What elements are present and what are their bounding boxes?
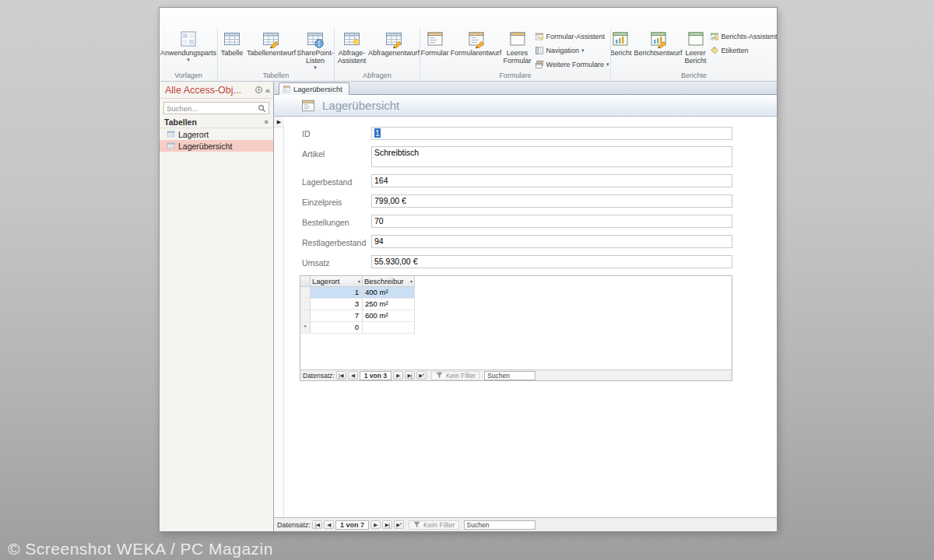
- record-position: 1 von 3: [360, 371, 392, 380]
- leeres-formular-button[interactable]: Leeres Formular: [503, 29, 532, 65]
- form-record-navigator: Datensatz: |◀ ◀ 1 von 7 ▶ ▶| ▶* Kein Fil…: [274, 517, 777, 531]
- report-icon: [611, 30, 630, 48]
- ribbon: Anwendungsparts ▾ Vorlagen Tabelle Tabel…: [160, 8, 777, 82]
- more-forms-icon: [535, 60, 544, 69]
- last-record-button[interactable]: ▶|: [405, 371, 415, 380]
- record-selector-strip[interactable]: ▶: [274, 117, 284, 517]
- datasheet-grid: Lagerort ▾ Beschreibur ▾ 1 400 m²: [300, 276, 732, 369]
- pushpin-icon[interactable]: [255, 86, 263, 94]
- nav-pane-title: Alle Access-Obj...: [165, 85, 255, 96]
- record-nav-label: Datensatz:: [277, 521, 311, 529]
- labels-icon: [710, 46, 719, 55]
- dropdown-arrow-icon: ▾: [606, 62, 609, 67]
- previous-record-button[interactable]: ◀: [324, 520, 334, 529]
- nav-search-input[interactable]: [167, 104, 258, 113]
- nav-item-lagerort[interactable]: Lagerort: [160, 128, 273, 140]
- navigation-button[interactable]: Navigation ▾: [533, 45, 586, 56]
- nav-group-tabellen-header[interactable]: Tabellen «: [160, 117, 273, 128]
- abfrage-assistent-button[interactable]: Abfrage-Assistent: [335, 29, 368, 65]
- form-title: Lagerübersicht: [322, 99, 399, 112]
- field-label-lagerbestand: Lagerbestand: [302, 177, 352, 187]
- restlagerbestand-input[interactable]: 94: [371, 235, 732, 248]
- ribbon-group-label-formulare: Formulare: [420, 71, 610, 81]
- first-record-button[interactable]: |◀: [312, 520, 322, 529]
- datasheet-row[interactable]: 3 250 m²: [300, 299, 732, 310]
- berichtsentwurf-button[interactable]: Berichtsentwurf: [634, 29, 683, 57]
- column-dropdown-icon[interactable]: ▾: [358, 278, 360, 284]
- next-record-button[interactable]: ▶: [370, 520, 381, 529]
- nav-item-lageruebersicht[interactable]: Lagerübersicht: [160, 140, 273, 152]
- umsatz-input[interactable]: 55.930,00 €: [371, 255, 732, 268]
- form-icon: [283, 85, 291, 93]
- datasheet-header-row: Lagerort ▾ Beschreibur ▾: [300, 276, 732, 287]
- bestellungen-input[interactable]: 70: [371, 215, 732, 228]
- field-label-artikel: Artikel: [302, 149, 325, 159]
- table-icon: [167, 130, 175, 138]
- last-record-button[interactable]: ▶|: [382, 520, 392, 529]
- field-label-restlagerbestand: Restlagerbestand: [302, 238, 366, 247]
- table-icon: [223, 30, 241, 48]
- tabellenentwurf-button[interactable]: Tabellenentwurf: [246, 29, 297, 57]
- weitere-formulare-button[interactable]: Weitere Formulare ▾: [533, 59, 611, 70]
- form-detail-region: ▶ ID 1 Artikel Schreibtisch Lagerbestand…: [274, 117, 777, 517]
- form-wizard-icon: [535, 32, 544, 41]
- anwendungsparts-label: Anwendungsparts: [160, 49, 216, 57]
- document-area: Lagerübersicht Lagerübersicht ▶ ID 1 Art…: [274, 82, 777, 531]
- tabelle-button[interactable]: Tabelle: [219, 29, 245, 57]
- new-record-button[interactable]: ▶*: [394, 520, 404, 529]
- field-label-bestellungen: Bestellungen: [302, 218, 349, 227]
- formularentwurf-button[interactable]: Formularentwurf: [451, 29, 502, 57]
- row-selector[interactable]: [300, 310, 311, 322]
- tab-lageruebersicht[interactable]: Lagerübersicht: [279, 82, 349, 95]
- column-header-beschreibung[interactable]: Beschreibur ▾: [363, 276, 415, 287]
- shutter-bar-collapse-icon[interactable]: «: [265, 86, 270, 94]
- column-header-lagerort[interactable]: Lagerort ▾: [311, 276, 363, 287]
- ribbon-group-formulare: Formular Formularentwurf Leeres Formular…: [420, 28, 611, 81]
- query-wizard-icon: [342, 30, 361, 48]
- nav-pane-empty-area: [160, 152, 273, 531]
- ribbon-group-label-vorlagen: Vorlagen: [160, 71, 217, 81]
- artikel-input[interactable]: Schreibtisch: [371, 146, 732, 167]
- blank-report-icon: [686, 30, 705, 48]
- previous-record-button[interactable]: ◀: [348, 371, 358, 380]
- field-label-einzelpreis: Einzelpreis: [302, 198, 342, 207]
- sharepoint-list-icon: [306, 30, 325, 48]
- ribbon-group-vorlagen: Anwendungsparts ▾ Vorlagen: [160, 28, 218, 81]
- column-dropdown-icon[interactable]: ▾: [410, 278, 413, 284]
- ribbon-group-label-abfragen: Abfragen: [335, 71, 420, 81]
- datasheet-select-all-cell[interactable]: [300, 276, 311, 287]
- access-window: Anwendungsparts ▾ Vorlagen Tabelle Tabel…: [160, 8, 777, 531]
- leerer-bericht-button[interactable]: Leerer Bericht: [684, 29, 708, 65]
- anwendungsparts-button[interactable]: Anwendungsparts ▾: [161, 29, 216, 62]
- new-record-marker-icon: *: [300, 322, 311, 334]
- formular-button[interactable]: Formular: [420, 29, 450, 57]
- filter-indicator[interactable]: Kein Filter: [431, 371, 479, 380]
- datasheet-row[interactable]: 7 600 m²: [300, 310, 732, 322]
- einzelpreis-input[interactable]: 799,00 €: [371, 194, 732, 208]
- subform-search-input[interactable]: [484, 371, 535, 380]
- bericht-button[interactable]: Bericht: [611, 29, 633, 57]
- etiketten-button[interactable]: Etiketten: [708, 45, 750, 56]
- new-record-button[interactable]: ▶*: [416, 371, 427, 380]
- record-nav-label: Datensatz:: [303, 372, 335, 380]
- nav-pane-search[interactable]: [163, 102, 269, 114]
- row-selector[interactable]: [300, 287, 311, 299]
- form-header: Lagerübersicht: [274, 95, 777, 117]
- abfragenentwurf-button[interactable]: Abfragenentwurf: [369, 29, 419, 57]
- formular-assistent-button[interactable]: Formular-Assistent: [533, 31, 607, 42]
- berichts-assistent-button[interactable]: Berichts-Assistent: [708, 31, 778, 42]
- ribbon-group-abfragen: Abfrage-Assistent Abfragenentwurf Abfrag…: [335, 28, 420, 81]
- report-wizard-icon: [710, 32, 719, 41]
- form-search-input[interactable]: [464, 520, 535, 530]
- datasheet-row[interactable]: 1 400 m²: [300, 287, 732, 299]
- sharepoint-listen-button[interactable]: SharePoint-Listen ▾: [297, 29, 333, 70]
- id-input[interactable]: 1: [371, 127, 732, 140]
- filter-indicator[interactable]: Kein Filter: [409, 520, 459, 530]
- datasheet-new-row[interactable]: * 0: [300, 322, 732, 334]
- row-selector[interactable]: [300, 299, 311, 310]
- dropdown-arrow-icon: ▾: [581, 48, 585, 53]
- lagerbestand-input[interactable]: 164: [371, 174, 732, 187]
- report-design-icon: [649, 30, 668, 48]
- next-record-button[interactable]: ▶: [393, 371, 403, 380]
- first-record-button[interactable]: |◀: [336, 371, 346, 380]
